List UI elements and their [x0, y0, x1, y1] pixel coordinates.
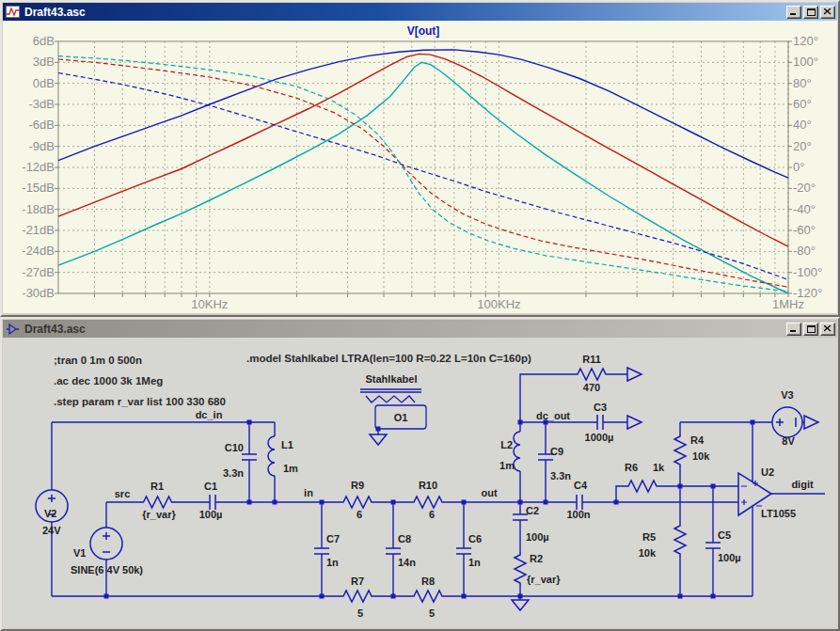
resistor-R7[interactable] — [341, 591, 374, 602]
ground-icon[interactable] — [512, 600, 529, 610]
trace-magnitude[interactable] — [58, 50, 788, 178]
inductor-L2[interactable] — [514, 432, 520, 471]
value-R11[interactable]: 470 — [583, 382, 600, 393]
value-R7[interactable]: 5 — [357, 607, 363, 619]
label-C7[interactable]: C7 — [326, 533, 340, 544]
capacitor-C1[interactable] — [210, 495, 215, 510]
label-R2[interactable]: R2 — [530, 553, 543, 564]
plot-traces[interactable] — [58, 50, 788, 293]
capacitor-C6[interactable] — [456, 548, 471, 554]
value-R2[interactable]: {r_var} — [527, 574, 561, 585]
net-label-dc_in[interactable]: dc_in — [196, 409, 223, 420]
label-stahlkabel[interactable]: Stahlkabel — [365, 373, 417, 385]
trace-magnitude[interactable] — [58, 54, 788, 246]
label-R8[interactable]: R8 — [421, 576, 435, 587]
value-L1[interactable]: 1m — [283, 463, 298, 474]
resistor-R11[interactable] — [575, 369, 609, 380]
value-C4[interactable]: 100n — [566, 509, 590, 520]
resistor-R6[interactable] — [626, 481, 659, 492]
value-C3[interactable]: 1000µ — [585, 432, 614, 443]
label-C6[interactable]: C6 — [468, 533, 482, 544]
value-C5[interactable]: 100µ — [718, 552, 741, 563]
capacitor-C10[interactable] — [242, 454, 257, 460]
value-V2[interactable]: 24V — [42, 525, 61, 536]
port-arrow-icon[interactable] — [627, 416, 642, 429]
value-V3[interactable]: 8V — [782, 435, 795, 447]
plot-title[interactable]: V[out] — [407, 24, 440, 38]
minimize-button[interactable] — [786, 6, 801, 19]
resistor-R10[interactable] — [411, 497, 445, 508]
net-label-digit[interactable]: digit — [791, 479, 814, 490]
value-V1[interactable]: SINE(6 4V 50k) — [71, 564, 143, 576]
port-arrow-icon[interactable] — [804, 416, 818, 429]
net-label-dc_out[interactable]: dc_out — [536, 410, 570, 421]
trace-phase[interactable] — [58, 59, 788, 287]
ground-icon[interactable] — [370, 434, 387, 445]
vsource-V1[interactable] — [90, 528, 122, 560]
label-R7[interactable]: R7 — [351, 576, 364, 587]
capacitor-C7[interactable] — [314, 548, 329, 554]
value-R4[interactable]: 10k — [692, 450, 710, 462]
vsource-V3[interactable] — [772, 407, 802, 437]
port-arrow-icon[interactable] — [627, 368, 642, 381]
label-C2[interactable]: C2 — [526, 505, 539, 516]
resistor-R8[interactable] — [411, 591, 445, 602]
label-L1[interactable]: L1 — [281, 439, 293, 450]
resistor-R1[interactable] — [141, 497, 175, 508]
capacitor-C8[interactable] — [386, 548, 401, 554]
label-L2[interactable]: L2 — [500, 439, 513, 450]
value-C8[interactable]: 14n — [398, 557, 416, 568]
capacitor-C3[interactable] — [597, 415, 603, 430]
value-C9[interactable]: 3.3n — [550, 470, 571, 481]
schematic-titlebar[interactable]: Draft43.asc — [3, 320, 837, 338]
value-C7[interactable]: 1n — [326, 557, 339, 568]
label-V2[interactable]: V2 — [44, 508, 56, 519]
label-O1[interactable]: O1 — [394, 412, 408, 423]
close-button[interactable] — [820, 6, 835, 19]
label-C1[interactable]: C1 — [204, 481, 217, 492]
waveform-titlebar[interactable]: Draft43.asc — [3, 3, 837, 21]
value-R1[interactable]: {r_var} — [142, 509, 176, 520]
directive-tran[interactable]: ;tran 0 1m 0 500n — [54, 355, 142, 366]
label-R6[interactable]: R6 — [625, 462, 638, 473]
label-V3[interactable]: V3 — [781, 389, 793, 401]
value-U2[interactable]: LT1055 — [761, 508, 796, 519]
resistor-R9[interactable] — [341, 497, 374, 508]
label-R5[interactable]: R5 — [642, 531, 656, 543]
trace-magnitude[interactable] — [58, 62, 788, 293]
directive-ac[interactable]: .ac dec 1000 3k 1Meg — [54, 375, 163, 386]
label-R11[interactable]: R11 — [582, 354, 601, 365]
value-R9[interactable]: 6 — [357, 509, 362, 520]
value-R10[interactable]: 6 — [429, 509, 435, 520]
label-C10[interactable]: C10 — [225, 442, 244, 453]
capacitor-C4[interactable] — [577, 495, 582, 510]
value-R5[interactable]: 10k — [639, 547, 657, 559]
net-label-src[interactable]: src — [115, 488, 131, 499]
directive-model[interactable]: .model Stahlkabel LTRA(len=100 R=0.22 L=… — [246, 353, 531, 364]
label-C9[interactable]: C9 — [550, 446, 563, 457]
label-R1[interactable]: R1 — [151, 481, 164, 492]
wires[interactable] — [52, 374, 825, 600]
plot-area[interactable]: 6dB120°3dB100°0dB80°-3dB60°-6dB40°-9dB20… — [3, 21, 837, 313]
value-R6[interactable]: 1k — [653, 462, 665, 473]
label-R9[interactable]: R9 — [351, 480, 364, 491]
value-R8[interactable]: 5 — [429, 607, 435, 619]
net-label-out[interactable]: out — [481, 487, 497, 498]
value-L2[interactable]: 1m — [499, 460, 515, 471]
inductor-L1[interactable] — [268, 436, 275, 476]
resistor-R2[interactable] — [515, 552, 526, 586]
value-C2[interactable]: 100µ — [526, 531, 549, 543]
wire-net[interactable] — [52, 374, 825, 600]
capacitor-C5[interactable] — [705, 543, 721, 548]
close-button[interactable] — [820, 323, 835, 336]
label-R10[interactable]: R10 — [419, 480, 437, 491]
label-U2[interactable]: U2 — [761, 466, 774, 478]
schematic-canvas[interactable]: ;tran 0 1m 0 500n .ac dec 1000 3k 1Meg .… — [3, 338, 837, 627]
label-C3[interactable]: C3 — [594, 402, 607, 413]
maximize-button[interactable] — [803, 323, 818, 336]
label-C5[interactable]: C5 — [718, 529, 731, 541]
label-C8[interactable]: C8 — [398, 533, 411, 544]
label-C4[interactable]: C4 — [574, 480, 588, 491]
label-R4[interactable]: R4 — [690, 434, 705, 446]
minimize-button[interactable] — [786, 323, 801, 336]
